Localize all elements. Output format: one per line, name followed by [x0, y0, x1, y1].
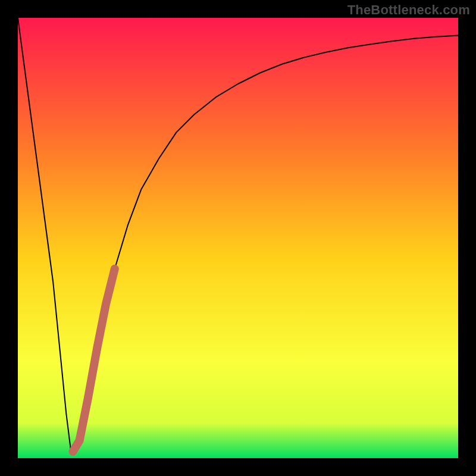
bottleneck-chart: [18, 18, 458, 458]
chart-frame: TheBottleneck.com: [0, 0, 476, 476]
watermark-text: TheBottleneck.com: [347, 2, 470, 18]
